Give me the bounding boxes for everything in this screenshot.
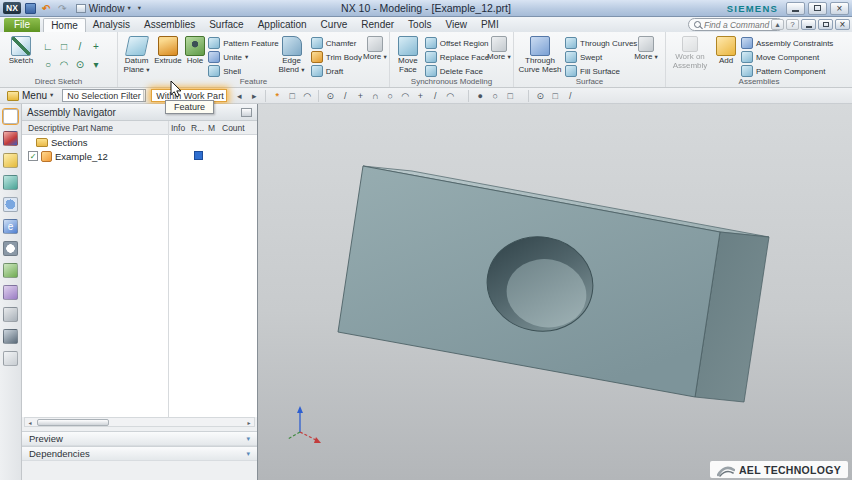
point-on-curve-snap-icon[interactable]: / [428, 89, 442, 103]
part-navigator-icon[interactable] [3, 153, 18, 168]
existing-point-snap-icon[interactable]: + [413, 89, 427, 103]
scrollbar-track[interactable] [35, 418, 244, 426]
datum-plane-button[interactable]: Datum Plane ▾ [121, 34, 152, 76]
show-hide-icon[interactable]: / [563, 89, 577, 103]
surface-more-button[interactable]: More ▾ [633, 34, 659, 76]
scroll-right-icon[interactable]: ▸ [244, 418, 254, 426]
child-close-button[interactable]: × [835, 19, 850, 30]
assembly-constraints-button[interactable]: Assembly Constraints [741, 37, 833, 49]
column-descriptive-part-name[interactable]: Descriptive Part Name [28, 123, 113, 133]
selection-type-filter[interactable]: No Selection Filter ▾ [62, 89, 146, 102]
unite-button[interactable]: Unite ▾ [208, 51, 272, 63]
roles-icon[interactable] [3, 307, 18, 322]
tab-home[interactable]: Home [43, 18, 86, 32]
orient-view-icon[interactable]: ⊙ [533, 89, 547, 103]
arc-center-snap-icon[interactable]: ○ [383, 89, 397, 103]
replace-face-button[interactable]: Replace Face [425, 51, 485, 63]
point-on-face-snap-icon[interactable]: ◠ [443, 89, 457, 103]
window-menu-button[interactable]: Window ▾ [72, 1, 135, 15]
through-curve-mesh-button[interactable]: Through Curve Mesh [517, 34, 563, 76]
tab-render[interactable]: Render [354, 18, 401, 32]
tab-curve[interactable]: Curve [314, 18, 355, 32]
redo-icon[interactable]: ↷ [56, 2, 69, 15]
child-restore-button[interactable] [818, 19, 833, 30]
move-component-button[interactable]: Move Component [741, 51, 833, 63]
move-face-button[interactable]: Move Face [393, 34, 423, 76]
navigator-tree[interactable]: Sections ✓ Example_12 [22, 135, 257, 417]
graphics-window[interactable]: AEL TECHNOLOGY [258, 104, 852, 480]
profile-icon[interactable]: ∟ [41, 39, 55, 54]
swept-button[interactable]: Swept [565, 51, 631, 63]
wireframe-view-icon[interactable]: ○ [488, 89, 502, 103]
tree-row-sections[interactable]: Sections [22, 135, 257, 149]
column-count[interactable]: Count [222, 123, 245, 133]
manufacturing-wizard-icon[interactable] [3, 285, 18, 300]
general-selection-filter-icon[interactable]: * [270, 89, 284, 103]
restore-button[interactable] [808, 2, 827, 15]
tab-view[interactable]: View [438, 18, 474, 32]
column-modified[interactable]: M [208, 123, 215, 133]
chamfer-button[interactable]: Chamfer [311, 37, 361, 49]
web-browser-icon[interactable]: e [3, 219, 18, 234]
rectangle-icon[interactable]: □ [57, 39, 71, 54]
scrollbar-thumb[interactable] [37, 419, 109, 426]
point-icon[interactable]: + [89, 39, 103, 54]
add-component-button[interactable]: Add [713, 34, 739, 76]
arc-icon[interactable]: ◠ [57, 57, 71, 72]
command-search[interactable] [688, 18, 784, 31]
intersection-snap-icon[interactable]: ∩ [368, 89, 382, 103]
part-checkbox[interactable]: ✓ [28, 151, 38, 161]
offset-region-button[interactable]: Offset Region [425, 37, 485, 49]
selection-forward-icon[interactable]: ▸ [247, 89, 261, 103]
feature-more-button[interactable]: More ▾ [363, 34, 387, 76]
end-point-snap-icon[interactable]: / [338, 89, 352, 103]
panel-window-icon[interactable] [241, 108, 252, 117]
sync-more-button[interactable]: More ▾ [487, 34, 511, 76]
through-curves-button[interactable]: Through Curves [565, 37, 631, 49]
column-read-only[interactable]: R... [191, 123, 204, 133]
tab-assemblies[interactable]: Assemblies [137, 18, 202, 32]
sketch-button[interactable]: Sketch [3, 34, 39, 76]
rectangle-select-icon[interactable]: □ [285, 89, 299, 103]
touch-mode-icon[interactable] [3, 351, 18, 366]
sketch-more-icon[interactable]: ▾ [89, 57, 103, 72]
pattern-feature-button[interactable]: Pattern Feature [208, 37, 272, 49]
tree-row-part[interactable]: ✓ Example_12 [22, 149, 257, 163]
hole-button[interactable]: Hole [184, 34, 206, 76]
studio-spline-icon[interactable]: ⊙ [73, 57, 87, 72]
command-search-input[interactable] [704, 20, 778, 30]
system-scenes-icon[interactable] [3, 329, 18, 344]
window-layout-icon[interactable]: □ [548, 89, 562, 103]
save-icon[interactable] [24, 2, 37, 15]
history-icon[interactable] [3, 241, 18, 256]
extrude-button[interactable]: Extrude [154, 34, 182, 76]
part-info-icon[interactable] [194, 151, 203, 160]
column-info[interactable]: Info [171, 123, 185, 133]
lasso-select-icon[interactable]: ◠ [300, 89, 314, 103]
tab-application[interactable]: Application [251, 18, 314, 32]
trim-body-button[interactable]: Trim Body [311, 51, 361, 63]
navigator-horizontal-scrollbar[interactable]: ◂ ▸ [24, 417, 255, 427]
hd3d-tools-icon[interactable] [3, 197, 18, 212]
reuse-library-icon[interactable] [3, 175, 18, 190]
help-icon[interactable]: ? [786, 19, 799, 30]
mid-point-snap-icon[interactable]: + [353, 89, 367, 103]
tab-analysis[interactable]: Analysis [86, 18, 137, 32]
quadrant-snap-icon[interactable]: ◠ [398, 89, 412, 103]
tab-tools[interactable]: Tools [401, 18, 438, 32]
selection-back-icon[interactable]: ◂ [232, 89, 246, 103]
dependencies-section-header[interactable]: Dependencies ▾ [22, 446, 257, 461]
assembly-navigator-icon[interactable] [3, 109, 18, 124]
line-icon[interactable]: / [73, 39, 87, 54]
process-studio-icon[interactable] [3, 263, 18, 278]
customize-qat-icon[interactable]: ▾ [138, 5, 141, 12]
tab-pmi[interactable]: PMI [474, 18, 506, 32]
close-button[interactable]: × [830, 2, 849, 15]
circle-icon[interactable]: ○ [41, 57, 55, 72]
minimize-button[interactable] [786, 2, 805, 15]
scroll-left-icon[interactable]: ◂ [25, 418, 35, 426]
undo-icon[interactable]: ↶ [40, 2, 53, 15]
edge-blend-button[interactable]: Edge Blend ▾ [274, 34, 309, 76]
shaded-view-icon[interactable]: ● [473, 89, 487, 103]
minimize-ribbon-icon[interactable]: ▴ [771, 19, 784, 30]
